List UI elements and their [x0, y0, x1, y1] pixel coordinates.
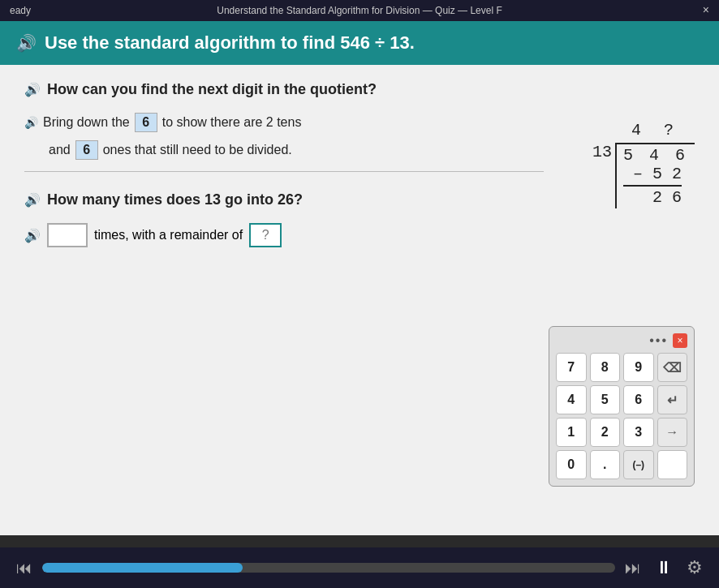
- dividend-value: 5 4 6: [623, 146, 688, 165]
- calc-btn-9[interactable]: 9: [623, 353, 654, 382]
- times-label: times, with a remainder of: [94, 228, 243, 242]
- header-banner: 🔊 Use the standard algorithm to find 546…: [0, 21, 719, 65]
- progress-bar-container: [42, 563, 615, 573]
- settings-button[interactable]: ⚙: [687, 557, 703, 578]
- divisor-value: 13: [592, 143, 615, 161]
- pause-button[interactable]: ⏸: [651, 555, 677, 581]
- main-content: 🔊 How can you find the next digit in the…: [0, 65, 719, 535]
- step1-speaker-icon[interactable]: 🔊: [24, 116, 38, 129]
- calc-btn-1[interactable]: 1: [556, 418, 587, 447]
- quotient-value: 4 ?: [607, 121, 680, 139]
- q1-text: How can you find the next digit in the q…: [47, 81, 377, 98]
- calc-dots: •••: [649, 333, 668, 348]
- step1-prefix: Bring down the: [43, 115, 130, 130]
- question1-header: 🔊 How can you find the next digit in the…: [24, 81, 695, 98]
- calc-btn-6[interactable]: 6: [623, 385, 654, 414]
- answer-speaker-icon[interactable]: 🔊: [24, 228, 41, 243]
- calc-btn-backspace[interactable]: ⌫: [657, 353, 688, 382]
- skip-end-button[interactable]: ⏭: [625, 559, 641, 577]
- steps-area: 🔊 Bring down the 6 to show there are 2 t…: [24, 113, 695, 247]
- remainder-input[interactable]: [249, 223, 282, 247]
- division-display: 4 ? 13 5 4 6 – 5 2 2 6: [592, 121, 695, 208]
- q2-header: 🔊 How many times does 13 go into 26?: [24, 191, 544, 208]
- calc-close-button[interactable]: ×: [673, 333, 687, 348]
- step2-highlight: 6: [75, 140, 98, 160]
- answer-row: 🔊 times, with a remainder of: [24, 223, 544, 247]
- calc-grid: 7 8 9 ⌫ 4 5 6 ↵ 1 2 3 → 0 . (–): [556, 353, 687, 479]
- subtraction-area: – 5 2 2 6: [623, 165, 688, 207]
- subtraction-value: – 5 2: [623, 165, 682, 183]
- calc-btn-3[interactable]: 3: [623, 418, 654, 447]
- calc-btn-arrow[interactable]: →: [657, 418, 688, 447]
- page-title: Understand the Standard Algorithm for Di…: [217, 5, 502, 16]
- q2-text: How many times does 13 go into 26?: [47, 191, 303, 208]
- remainder-value: 2 6: [652, 188, 682, 207]
- step1-row: 🔊 Bring down the 6 to show there are 2 t…: [24, 113, 544, 132]
- q1-speaker-icon[interactable]: 🔊: [24, 82, 41, 97]
- calc-btn-enter1[interactable]: ↵: [657, 385, 688, 414]
- q2-speaker-icon[interactable]: 🔊: [24, 192, 41, 208]
- top-bar: eady Understand the Standard Algorithm f…: [0, 0, 719, 21]
- calc-btn-7[interactable]: 7: [556, 353, 587, 382]
- calc-btn-negative[interactable]: (–): [623, 450, 654, 479]
- header-title: Use the standard algorithm to find 546 ÷…: [45, 32, 415, 54]
- step1-suffix: to show there are 2 tens: [162, 115, 302, 130]
- calc-btn-dot[interactable]: .: [590, 450, 621, 479]
- calc-btn-5[interactable]: 5: [590, 385, 621, 414]
- calculator: ••• × 7 8 9 ⌫ 4 5 6 ↵ 1 2 3 → 0 . (–): [549, 326, 695, 487]
- calc-btn-0[interactable]: 0: [556, 450, 587, 479]
- close-button[interactable]: ×: [703, 3, 709, 16]
- progress-bar-fill: [42, 563, 243, 573]
- calc-btn-empty: [657, 450, 688, 479]
- skip-start-button[interactable]: ⏮: [16, 559, 32, 577]
- calc-top-bar: ••• ×: [556, 333, 687, 348]
- divider: [24, 171, 544, 172]
- step2-suffix: ones that still need to be divided.: [103, 143, 292, 157]
- step1-highlight: 6: [135, 113, 157, 132]
- q2-section: 🔊 How many times does 13 go into 26? 🔊 t…: [24, 191, 544, 247]
- header-speaker-icon[interactable]: 🔊: [16, 33, 37, 53]
- calc-btn-2[interactable]: 2: [590, 418, 621, 447]
- step2-row: and 6 ones that still need to be divided…: [49, 140, 544, 160]
- left-steps: 🔊 Bring down the 6 to show there are 2 t…: [24, 113, 544, 247]
- app-label: eady: [10, 5, 31, 16]
- calc-btn-4[interactable]: 4: [556, 385, 587, 414]
- times-input[interactable]: [47, 223, 88, 247]
- step2-prefix: and: [49, 143, 71, 157]
- calc-btn-8[interactable]: 8: [590, 353, 621, 382]
- bracket-area: 5 4 6 – 5 2 2 6: [615, 143, 695, 208]
- bottom-bar: ⏮ ⏭ ⏸ ⚙: [0, 547, 719, 588]
- sub-line: 2 6: [623, 185, 682, 207]
- divisor-dividend-row: 13 5 4 6 – 5 2 2 6: [592, 143, 695, 208]
